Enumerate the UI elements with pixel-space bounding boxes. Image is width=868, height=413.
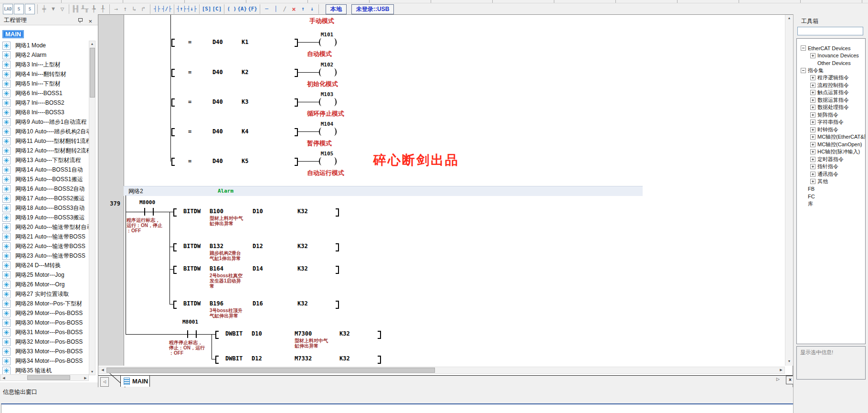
move-down-filled-icon[interactable]: ▼ <box>49 4 57 14</box>
expand-toggle-icon[interactable] <box>810 98 815 103</box>
delete-line-icon[interactable]: ∕ <box>281 4 289 14</box>
lad-mode-icon[interactable]: LAD <box>3 4 13 14</box>
network-list-item[interactable]: 网络13 Auto---下型材流程 <box>0 155 89 165</box>
line-down-icon[interactable]: ↓ <box>308 4 316 14</box>
hscroll-thumb[interactable] <box>106 368 435 373</box>
scroll-up-icon[interactable]: ▲ <box>89 41 95 47</box>
local-button[interactable]: 本地 <box>326 4 347 14</box>
network-list-item[interactable]: 网络27 实时位置读取 <box>0 289 89 299</box>
open-contact-icon[interactable]: ┤├ <box>153 4 161 14</box>
project-vscrollbar[interactable]: ▲ ▼ <box>89 41 95 375</box>
toolbox-tree-item[interactable]: 定时器指令 <box>797 156 865 163</box>
network-list-item[interactable]: 网络33 Motor---Pos-BOSS <box>0 347 89 356</box>
network-list-item[interactable]: 网络9 Auto---踏步1自动流程 <box>0 117 89 127</box>
network-list-item[interactable]: 网络4 Ini---翻转型材 <box>0 69 89 79</box>
toolbox-tree-item[interactable]: 字符串指令 <box>797 119 865 126</box>
toolbox-search-input[interactable] <box>797 27 863 35</box>
expand-toggle-icon[interactable] <box>810 105 815 110</box>
expand-toggle-icon[interactable] <box>810 83 815 88</box>
compare-rung[interactable]: = D40 K4 M104 暂停模式 <box>170 128 395 136</box>
network-list-item[interactable]: 网络35 输送机 <box>0 366 89 374</box>
network-list-item[interactable]: 网络21 Auto---输送带BOSS <box>0 232 89 241</box>
network-list-item[interactable]: 网络34 Motor---Pos-BOSS <box>0 356 89 366</box>
tab-main[interactable]: MAIN <box>120 375 150 387</box>
hscroll-thumb[interactable] <box>27 375 70 380</box>
wire-up-icon[interactable]: ↑ <box>121 4 129 14</box>
compare-rung[interactable]: = D40 K3 M103 循环停止模式 <box>170 98 395 107</box>
toolbox-tree-item[interactable]: 触点运算指令 <box>797 89 865 97</box>
expand-toggle-icon[interactable] <box>810 179 815 184</box>
wire-corner-down-icon[interactable]: ↳ <box>130 4 138 14</box>
expand-toggle-icon[interactable] <box>810 75 815 80</box>
scroll-down-icon[interactable]: ▼ <box>89 369 95 375</box>
network-list-item[interactable]: 网络29 Motor---Pos-BOSS <box>0 308 89 318</box>
bitdw-instruction[interactable]: BITDW B196 D16 K32 3号boss柱顶升 气缸伸出异常 <box>169 299 418 308</box>
toolbox-tree-item[interactable]: FB <box>797 185 865 193</box>
wire-right-icon[interactable]: → <box>112 4 120 14</box>
network-list-item[interactable]: 网络18 Auto----BOSS3自动 <box>0 203 89 213</box>
bitdw-instruction[interactable]: BITDW B100 D10 K32 型材上料对中气 缸伸出异常 <box>169 207 418 216</box>
scroll-left-icon[interactable]: ◀ <box>100 367 106 373</box>
line-up-icon[interactable]: ↑ <box>299 4 307 14</box>
toolbox-tree-item[interactable]: 指针指令 <box>797 163 865 171</box>
toolbox-tree-item[interactable]: 程序逻辑指令 <box>797 74 865 82</box>
expand-toggle-icon[interactable] <box>810 90 815 95</box>
toolbox-tree-item[interactable]: 流程控制指令 <box>797 82 865 89</box>
insert-vertical-line-icon[interactable]: ╄ <box>90 4 98 14</box>
applied-instruction-icon[interactable]: {A} <box>237 4 247 14</box>
compare-rung[interactable]: = D40 K2 M102 初始化模式 <box>170 68 395 77</box>
expand-toggle-icon[interactable] <box>810 120 815 125</box>
network-list-item[interactable]: 网络32 Motor---Pos-BOSS <box>0 337 89 347</box>
toolbox-tree-item[interactable]: FC <box>797 193 865 200</box>
network-list-item[interactable]: 网络7 Ini----BOSS2 <box>0 98 89 108</box>
login-status-button[interactable]: 未登录::USB <box>351 4 394 14</box>
toolbox-tree-item[interactable]: 库 <box>797 200 865 208</box>
expand-toggle-icon[interactable] <box>810 157 815 162</box>
vertical-wire-icon[interactable]: │ <box>272 4 280 14</box>
output-window[interactable] <box>1 403 868 413</box>
move-down-outline-icon[interactable]: ▽ <box>58 4 66 14</box>
expand-toggle-icon[interactable] <box>801 68 806 73</box>
ladder-editor[interactable]: 379 手动模式 = D40 K1 M101 自动模式 = D40 K2 <box>98 14 793 387</box>
bitdw-instruction[interactable]: BITDW B132 D12 K32 踏步机构2滑台 气缸1伸出异常 <box>169 242 418 250</box>
scroll-right-icon[interactable]: ▶ <box>83 375 88 381</box>
sfc-mode-icon[interactable]: S <box>14 4 24 14</box>
dwbit-instruction[interactable]: DWBIT D10 M7300 K32 型材上料对中气 缸伸出异常 <box>212 329 460 338</box>
network-list-item[interactable]: 网络3 Ini---上型材 <box>0 60 89 69</box>
network-list-item[interactable]: 网络26 Motor---Org <box>0 280 89 289</box>
network-list-item[interactable]: 网络19 Auto----BOSS3搬运 <box>0 213 89 222</box>
toolbox-tree-item[interactable]: MC轴控(EtherCAT&脉 <box>797 133 865 141</box>
scroll-left-icon[interactable]: ◀ <box>1 375 7 381</box>
compare-rung[interactable]: = D40 K1 M101 自动模式 <box>170 38 395 47</box>
scroll-down-icon[interactable]: ▼ <box>786 359 792 364</box>
toolbox-tree-item[interactable]: 数据处理指令 <box>797 104 865 111</box>
toolbox-tree-item[interactable]: 数据运算指令 <box>797 97 865 104</box>
function-block-icon[interactable]: {F} <box>248 4 257 14</box>
insert-contact-icon[interactable]: ╟╢ <box>72 4 80 14</box>
expand-toggle-icon[interactable] <box>810 53 815 58</box>
scroll-right-icon[interactable]: ▶ <box>778 367 784 373</box>
network-list-item[interactable]: 网络10 Auto----踏步机构2自动 <box>0 127 89 136</box>
expand-toggle-icon[interactable] <box>810 172 815 177</box>
horizontal-wire-icon[interactable]: ─ <box>263 4 271 14</box>
set-coil-icon[interactable]: [S] <box>202 4 212 14</box>
network-list-item[interactable]: 网络12 Auto----型材翻转2流程 <box>0 146 89 155</box>
program-item-main[interactable]: MAIN <box>2 30 24 38</box>
toolbox-tree-item[interactable]: 矩阵指令 <box>797 111 865 119</box>
closed-contact-icon[interactable]: ┤/├ <box>162 4 171 14</box>
pin-icon[interactable] <box>78 18 83 22</box>
network-list-item[interactable]: 网络16 Auto----BOSS2自动 <box>0 184 89 194</box>
expand-toggle-icon[interactable] <box>810 112 815 118</box>
contact-device[interactable]: M8000 <box>139 199 155 206</box>
toolbox-tree-item[interactable]: MC轴控(CanOpen) <box>797 141 865 149</box>
network-list-item[interactable]: 网络30 Motor---Pos-BOSS <box>0 318 89 327</box>
toolbox-tree-item[interactable]: 时钟指令 <box>797 126 865 134</box>
sfc-step-icon[interactable]: S <box>25 4 35 14</box>
wire-corner-up-icon[interactable]: ↱ <box>139 4 148 14</box>
network-list-item[interactable]: 网络28 Motor--Pos-下型材 <box>0 299 89 308</box>
network-list-item[interactable]: 网络6 Ini---BOSS1 <box>0 88 89 98</box>
network-list-item[interactable]: 网络1 Mode <box>0 41 89 50</box>
network-list-item[interactable]: 网络20 Auto---输送带型材自动 <box>0 222 89 232</box>
insert-network-icon[interactable]: ╪ <box>40 4 48 14</box>
rising-edge-contact-icon[interactable]: ┤↑├ <box>177 4 186 14</box>
